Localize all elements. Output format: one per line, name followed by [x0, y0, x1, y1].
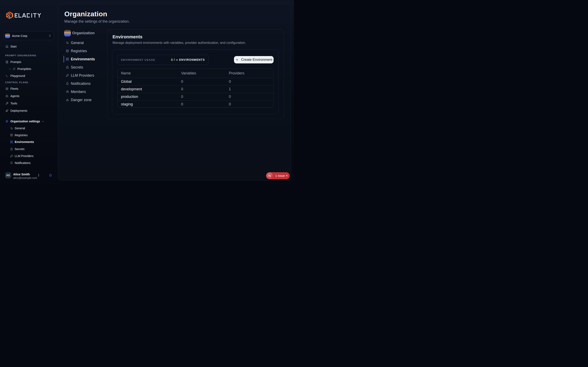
- sidebar-item-tools[interactable]: Tools: [0, 100, 58, 107]
- usage-value: 3 / ∞ ENVIRONMENTS: [171, 58, 205, 61]
- cell-providers: 1: [226, 87, 273, 91]
- bell-icon: [66, 82, 69, 85]
- org-avatar: [5, 33, 10, 38]
- server-icon: [66, 58, 69, 60]
- chevron-up-icon: [42, 120, 44, 123]
- sidebar-item-settings-general[interactable]: General: [0, 125, 58, 132]
- database-icon: [10, 134, 13, 136]
- gear-icon: [6, 120, 8, 123]
- sidebar-item-fleets[interactable]: Fleets: [0, 85, 58, 92]
- item-label: General: [71, 41, 84, 45]
- lock-icon: [66, 66, 69, 69]
- sidebar-section-prompt-engineering: PROMPT ENGINEERING: [5, 54, 36, 57]
- item-label: Members: [71, 90, 86, 94]
- environments-table: Name Variables Providers Global 0 0 deve…: [117, 69, 274, 108]
- notification-bell-icon[interactable]: [49, 174, 52, 177]
- subnav-item-llm-providers[interactable]: LLM Providers: [64, 72, 111, 79]
- cell-providers: 0: [226, 95, 273, 99]
- database-icon: [66, 50, 69, 52]
- item-label: General: [15, 127, 25, 130]
- table-row[interactable]: Global 0 0: [118, 78, 273, 85]
- col-providers: Providers: [226, 71, 273, 75]
- environment-usage-box: ENVIRONMENT USAGE 3 / ∞ ENVIRONMENTS: [117, 55, 208, 65]
- brand-wordmark: [15, 13, 42, 18]
- subnav-item-danger-zone[interactable]: Danger zone: [64, 96, 111, 104]
- item-label: Fleets: [10, 87, 18, 90]
- key-icon: [10, 155, 13, 157]
- item-label: Tools: [10, 102, 17, 105]
- item-label: Agents: [10, 94, 19, 98]
- puzzle-icon: [13, 68, 15, 70]
- sidebar-item-settings-registries[interactable]: Registries: [0, 132, 58, 139]
- organization-avatar: [64, 30, 71, 36]
- table-row[interactable]: production 0 0: [118, 93, 273, 100]
- sidebar-item-deployments[interactable]: Deployments: [0, 107, 58, 114]
- environments-description: Manage deployment environments with vari…: [112, 41, 246, 45]
- org-selector[interactable]: Acme Corp: [4, 31, 54, 40]
- sidebar-item-settings-environments[interactable]: Environments: [0, 138, 58, 145]
- house-icon: [6, 45, 8, 48]
- triangle-alert-icon: [66, 99, 69, 101]
- item-label: Environments: [15, 140, 34, 143]
- cell-variables: 0: [178, 95, 226, 99]
- key-icon: [66, 74, 69, 77]
- subnav-item-notifications[interactable]: Notifications: [64, 80, 111, 87]
- item-label: Deployments: [10, 109, 27, 112]
- create-environment-button[interactable]: Create Environment: [234, 56, 274, 63]
- subnav-header: Organization: [64, 30, 111, 36]
- chevrons-up-down-icon: [48, 34, 51, 37]
- sidebar-item-settings-secrets[interactable]: Secrets: [0, 146, 58, 152]
- page-title: Organization: [64, 10, 107, 18]
- item-label: Registries: [71, 49, 87, 53]
- subnav-header-label: Organization: [72, 31, 95, 35]
- item-label: Promptlets: [17, 67, 31, 71]
- subnav-item-environments[interactable]: Environments: [64, 55, 111, 63]
- main-panel: Organization Manage the settings of the …: [58, 4, 291, 180]
- sidebar-item-start[interactable]: Start: [0, 43, 58, 50]
- item-label: Secrets: [71, 65, 83, 69]
- environments-title: Environments: [112, 34, 143, 40]
- ellipsis-vertical-icon[interactable]: [37, 174, 40, 177]
- page-subtitle: Manage the settings of the organization.: [64, 19, 130, 24]
- sidebar-item-prompts[interactable]: Prompts: [0, 58, 58, 66]
- item-label: Notifications: [71, 82, 91, 86]
- rocket-icon: [6, 109, 8, 112]
- col-name: Name: [118, 71, 178, 75]
- col-variables: Variables: [178, 71, 226, 75]
- sidebar-item-settings-llm-providers[interactable]: LLM Providers: [0, 152, 58, 159]
- elacity-logo-icon: [6, 11, 13, 19]
- sidebar-item-organization-settings[interactable]: Organization settings: [0, 118, 58, 125]
- cell-providers: 0: [226, 102, 273, 106]
- item-label: Prompts: [10, 60, 21, 64]
- environments-card: Environments Manage deployment environme…: [107, 29, 284, 119]
- table-row[interactable]: development 0 1: [118, 85, 273, 93]
- subnav-item-registries[interactable]: Registries: [64, 47, 111, 55]
- item-label: LLM Providers: [71, 73, 94, 78]
- sliders-icon: [10, 127, 13, 130]
- subnav-item-secrets[interactable]: Secrets: [64, 64, 111, 71]
- sidebar-section-control-plane: CONTROL PLANE: [5, 81, 28, 84]
- org-name: Acme Corp: [12, 34, 48, 38]
- file-text-icon: [6, 60, 8, 63]
- item-label: Environments: [71, 57, 95, 61]
- sidebar-item-playground[interactable]: Playground: [0, 72, 58, 79]
- corner-down-right-icon: [9, 68, 11, 70]
- wrench-icon: [6, 102, 8, 105]
- cell-name: production: [118, 95, 178, 99]
- cell-variables: 0: [178, 102, 226, 106]
- subnav-item-general[interactable]: General: [64, 39, 111, 47]
- sidebar-item-agents[interactable]: Agents: [0, 92, 58, 100]
- sidebar-item-settings-notifications[interactable]: Notifications: [0, 159, 58, 166]
- cell-variables: 0: [178, 80, 226, 84]
- subnav-item-members[interactable]: Members: [64, 88, 111, 95]
- plus-icon: [235, 58, 239, 61]
- sidebar-item-promptlets[interactable]: Promptlets: [0, 66, 58, 72]
- cell-name: Global: [118, 80, 178, 84]
- button-label: Create Environment: [241, 58, 272, 62]
- close-icon[interactable]: [285, 174, 288, 177]
- table-row[interactable]: staging 0 0: [118, 100, 273, 108]
- user-avatar[interactable]: AS: [5, 172, 11, 178]
- sidebar: Acme Corp Start PROMPT ENGINEERING Promp…: [0, 0, 58, 184]
- item-label: Playground: [10, 74, 25, 77]
- item-label: Registries: [15, 133, 27, 137]
